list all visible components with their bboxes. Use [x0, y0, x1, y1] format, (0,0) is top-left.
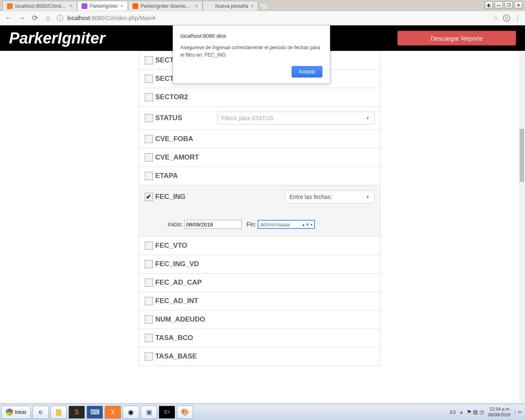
checkbox[interactable] — [145, 352, 153, 361]
dialog-message: Asegurese de Ingresar correctamente el p… — [180, 44, 322, 59]
filter-row: FEC_VTO — [139, 236, 380, 255]
home-button[interactable]: ⌂ — [43, 14, 52, 23]
show-desktop[interactable]: ▭ — [515, 409, 522, 415]
tab-title: Nueva pestaña — [215, 3, 249, 9]
filter-row: NUM_ADEUDO — [139, 310, 380, 329]
scrollbar[interactable] — [519, 51, 525, 404]
clock-time: 12:54 p.m. — [488, 406, 511, 412]
forward-button[interactable]: → — [17, 14, 26, 23]
filter-label: SECTOR2 — [155, 93, 188, 101]
extension-icon[interactable]: V — [503, 14, 510, 22]
taskbar-xampp[interactable]: X — [105, 406, 121, 419]
checkbox[interactable] — [145, 260, 153, 268]
scrollbar-thumb[interactable] — [520, 129, 524, 182]
taskbar-paint[interactable]: 🎨 — [177, 406, 193, 419]
logo: ParkerIgniter — [9, 30, 105, 47]
back-button[interactable]: ← — [4, 14, 13, 23]
filter-panel: SECTORSECTOR1SECTOR2STATUSFiltros para S… — [139, 51, 381, 366]
filter-row: TASA_BASE — [139, 347, 380, 365]
checkbox[interactable] — [145, 193, 153, 201]
url-host: localhost — [67, 15, 90, 21]
taskbar-ie[interactable]: e — [32, 406, 49, 419]
checkbox[interactable] — [145, 135, 153, 143]
user-icon[interactable]: ◐ — [485, 1, 493, 9]
browser-tab[interactable]: ParkerIgniter download | S × — [128, 1, 203, 11]
checkbox[interactable] — [145, 93, 153, 101]
filter-label: FEC_ING — [155, 193, 186, 201]
taskbar-app[interactable]: ▣ — [141, 406, 157, 419]
address-bar[interactable]: localhost:8080/CI/index.php/Main# — [67, 12, 489, 24]
favicon — [82, 3, 87, 9]
chevron-down-icon: ▼ — [366, 116, 370, 121]
taskbar-sublime[interactable]: S — [68, 406, 85, 419]
reload-button[interactable]: ⟳ — [30, 14, 39, 23]
tray-expand-icon[interactable]: ▴ — [460, 409, 463, 415]
taskbar-cmd[interactable]: C:\ — [159, 406, 175, 419]
favicon — [7, 3, 13, 9]
browser-toolbar: ← → ⟳ ⌂ i localhost:8080/CI/index.php/Ma… — [0, 11, 525, 25]
checkbox[interactable] — [145, 242, 153, 250]
filter-row: FEC_AD_CAP — [139, 273, 380, 292]
minimize-button[interactable]: — — [495, 1, 503, 9]
chevron-down-icon: ▼ — [366, 195, 370, 199]
maximize-button[interactable]: ❐ — [504, 1, 513, 9]
url-port: :8080 — [90, 15, 104, 21]
new-tab-button[interactable] — [258, 2, 270, 10]
favicon — [132, 3, 138, 9]
js-alert-dialog: localhost:8080 dice Asegurese de Ingresa… — [173, 25, 330, 84]
checkbox[interactable] — [145, 278, 153, 287]
filter-row: FEC_AD_INT — [139, 292, 380, 310]
taskbar-chrome[interactable]: ◉ — [123, 406, 139, 419]
taskbar-putty[interactable]: ⌨ — [87, 406, 103, 419]
url-path: /CI/index.php/Main# — [104, 15, 155, 21]
status-dropdown[interactable]: Filtros para STATUS▼ — [217, 112, 374, 125]
filter-row: FEC_INGEntre las fechas:▼Inicio:Fin:▲▼ ▾ — [139, 185, 380, 236]
language-indicator[interactable]: ES — [450, 410, 456, 415]
filter-label: TASA_BASE — [155, 352, 197, 361]
filter-label: FEC_AD_INT — [155, 297, 199, 305]
checkbox[interactable] — [145, 56, 153, 64]
checkbox[interactable] — [145, 172, 153, 180]
window-controls: ◐ — ❐ ✕ — [485, 1, 523, 9]
browser-tab[interactable]: ParkerIgniter × — [77, 1, 128, 11]
start-button[interactable]: Inicio — [1, 406, 31, 419]
filter-row: TASA_BCO — [139, 329, 380, 347]
close-icon[interactable]: × — [251, 3, 253, 9]
clock-date: 06/09/2018 — [488, 412, 511, 418]
fin-label: Fin: — [247, 221, 256, 228]
checkbox[interactable] — [145, 334, 153, 342]
tray-icons[interactable]: ⚑ ▧ ◷ — [467, 409, 484, 415]
dialog-accept-button[interactable]: Aceptar — [292, 66, 322, 78]
filter-row: CVE_FOBA — [139, 130, 380, 148]
windows-icon — [6, 409, 13, 416]
close-icon[interactable]: × — [70, 3, 73, 9]
inicio-label: Inicio: — [168, 221, 183, 228]
inicio-date-input[interactable] — [184, 220, 242, 229]
filter-label: FEC_VTO — [155, 242, 187, 250]
date-mode-dropdown[interactable]: Entre las fechas:▼ — [285, 190, 374, 203]
checkbox[interactable] — [145, 315, 153, 324]
checkbox[interactable] — [145, 153, 153, 162]
tab-title: ParkerIgniter download | S — [141, 3, 193, 9]
checkbox[interactable] — [145, 297, 153, 305]
date-spinner[interactable]: ▲▼ ▾ — [301, 222, 313, 227]
close-icon[interactable]: × — [121, 3, 123, 9]
close-icon[interactable]: × — [195, 3, 198, 9]
browser-tab[interactable]: Nueva pestaña × — [203, 1, 258, 11]
clock[interactable]: 12:54 p.m. 06/09/2018 — [488, 406, 511, 417]
close-button[interactable]: ✕ — [514, 1, 523, 9]
filter-row: CVE_AMORT — [139, 148, 380, 167]
checkbox[interactable] — [145, 114, 153, 122]
menu-icon[interactable]: ⋮ — [514, 14, 521, 22]
browser-tab[interactable]: localhost:8080/CI/index.ph × — [2, 1, 77, 11]
browser-tabbar: localhost:8080/CI/index.ph × ParkerIgnit… — [0, 0, 525, 11]
bookmark-icon[interactable]: ☆ — [493, 14, 499, 22]
info-icon[interactable]: i — [57, 15, 63, 21]
system-tray: ES ▴ ⚑ ▧ ◷ 12:54 p.m. 06/09/2018 ▭ — [450, 406, 525, 417]
checkbox[interactable] — [145, 75, 153, 83]
dropdown-value: Entre las fechas: — [290, 194, 332, 200]
filter-label: STATUS — [155, 114, 182, 122]
taskbar-explorer[interactable]: ▇ — [50, 406, 67, 419]
download-report-button[interactable]: Descargar Reporte — [397, 31, 516, 46]
favicon — [207, 3, 213, 9]
